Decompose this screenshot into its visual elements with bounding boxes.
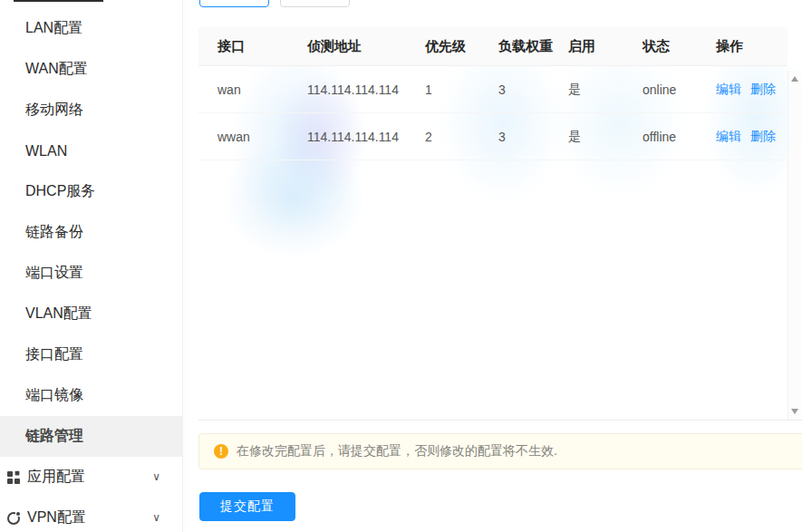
vpn-globe-icon (7, 512, 20, 525)
alert-message: 在修改完配置后，请提交配置，否则修改的配置将不生效. (237, 443, 557, 459)
sidebar-item-dhcp-service[interactable]: DHCP服务 (0, 171, 182, 212)
cell-interface: wwan (217, 130, 307, 144)
sidebar: LAN配置 WAN配置 移动网络 WLAN DHCP服务 链路备份 端口设置 V… (0, 0, 183, 532)
edit-link[interactable]: 编辑 (716, 129, 741, 145)
main-content: 接口 侦测地址 优先级 负载权重 启用 状态 操作 wan 114.114.11… (183, 0, 802, 532)
table-row: wwan 114.114.114.114 2 3 是 offline 编辑 删除 (198, 113, 788, 160)
appstore-icon (7, 471, 20, 484)
sidebar-item-lan-config[interactable]: LAN配置 (0, 8, 182, 49)
cell-load-weight: 3 (498, 82, 568, 97)
link-table: 接口 侦测地址 优先级 负载权重 启用 状态 操作 wan 114.114.11… (198, 27, 802, 421)
cell-priority: 1 (425, 82, 498, 97)
sidebar-item-label: 应用配置 (27, 468, 85, 487)
sidebar-item-link-management[interactable]: 链路管理 (0, 416, 182, 457)
sidebar-item-link-backup[interactable]: 链路备份 (0, 212, 182, 253)
sidebar-item-port-settings[interactable]: 端口设置 (0, 253, 182, 294)
cell-enabled: 是 (568, 129, 643, 145)
delete-link[interactable]: 删除 (750, 82, 776, 98)
cutoff-menu-item-top (14, 0, 103, 2)
cell-interface: wan (217, 82, 307, 97)
cell-actions: 编辑 删除 (716, 129, 788, 145)
table-header-row: 接口 侦测地址 优先级 负载权重 启用 状态 操作 (198, 27, 788, 66)
scroll-down-arrow-icon[interactable] (791, 409, 798, 414)
cell-priority: 2 (425, 130, 498, 144)
link-management-page: LAN配置 WAN配置 移动网络 WLAN DHCP服务 链路备份 端口设置 V… (0, 0, 802, 532)
sidebar-item-wlan[interactable]: WLAN (0, 131, 182, 171)
submit-config-warning-alert: ! 在修改完配置后，请提交配置，否则修改的配置将不生效. (198, 433, 802, 469)
column-header-enabled: 启用 (568, 38, 643, 55)
top-tab-button[interactable] (280, 0, 350, 7)
vertical-scrollbar[interactable] (788, 71, 801, 420)
top-tab-button-active[interactable] (199, 0, 269, 7)
sidebar-item-vpn-config[interactable]: VPN配置 ∨ (0, 498, 182, 532)
sidebar-item-vlan-config[interactable]: VLAN配置 (0, 294, 182, 334)
delete-link[interactable]: 删除 (750, 129, 776, 145)
sidebar-item-label: VPN配置 (27, 508, 86, 527)
cell-probe-address: 114.114.114.114 (307, 130, 425, 144)
sidebar-menu: LAN配置 WAN配置 移动网络 WLAN DHCP服务 链路备份 端口设置 V… (0, 8, 182, 532)
cell-status: online (643, 82, 716, 97)
scroll-up-arrow-icon[interactable] (791, 76, 798, 82)
column-header-load-weight: 负载权重 (498, 38, 568, 55)
submit-config-button[interactable]: 提交配置 (199, 492, 295, 521)
cell-load-weight: 3 (498, 130, 568, 144)
cell-status: offline (643, 130, 716, 144)
column-header-interface: 接口 (217, 38, 307, 55)
chevron-down-icon: ∨ (152, 510, 160, 523)
column-header-priority: 优先级 (425, 38, 498, 55)
sidebar-item-wan-config[interactable]: WAN配置 (0, 49, 182, 90)
cell-enabled: 是 (568, 82, 643, 98)
cell-probe-address: 114.114.114.114 (307, 82, 425, 97)
table-row: wan 114.114.114.114 1 3 是 online 编辑 删除 (198, 66, 788, 113)
chevron-down-icon: ∨ (152, 469, 160, 482)
edit-link[interactable]: 编辑 (716, 82, 741, 98)
sidebar-item-interface-config[interactable]: 接口配置 (0, 334, 182, 375)
cell-actions: 编辑 删除 (716, 82, 788, 98)
column-header-probe-address: 侦测地址 (307, 38, 425, 55)
sidebar-item-app-config[interactable]: 应用配置 ∨ (0, 457, 182, 498)
column-header-actions: 操作 (716, 38, 788, 55)
column-header-status: 状态 (643, 38, 716, 55)
sidebar-item-mobile-network[interactable]: 移动网络 (0, 90, 182, 131)
warning-exclamation-icon: ! (214, 444, 228, 459)
sidebar-item-port-mirroring[interactable]: 端口镜像 (0, 375, 182, 416)
